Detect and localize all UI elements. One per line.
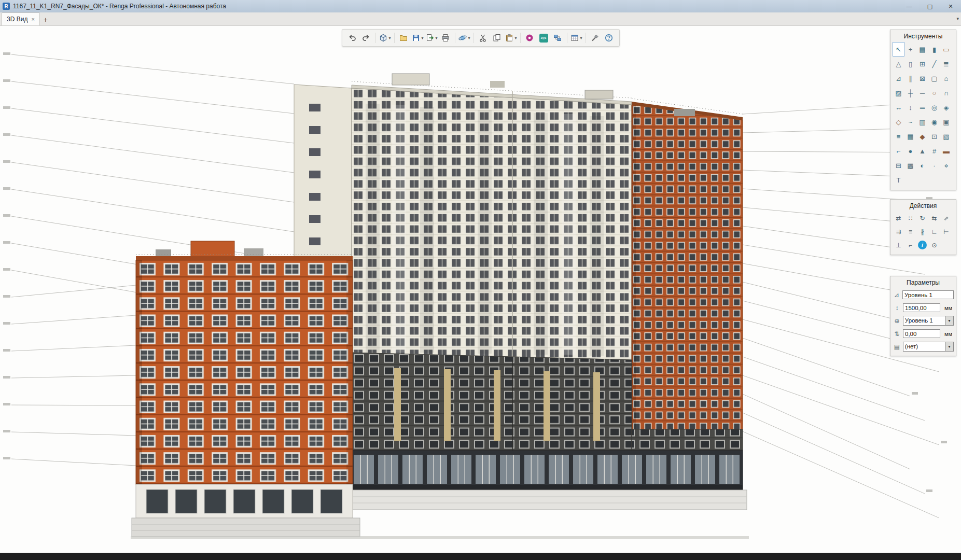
maximize-button[interactable]: ▢: [920, 0, 940, 12]
tab-overflow-button[interactable]: ▾: [956, 16, 959, 21]
model-viewport[interactable]: [0, 26, 961, 553]
tool-column-icon[interactable]: ▮: [928, 42, 940, 57]
canvas-area[interactable]: ▾ ▾ ▾ ▾ ▾ </> ▾ Инструменты ↖ + ▤ ▮ ▭ △ …: [0, 26, 961, 553]
orbit-dropdown[interactable]: ▾: [468, 36, 470, 40]
tool-duct-icon[interactable]: ◎: [928, 100, 940, 115]
tool-wall-icon[interactable]: ▤: [916, 42, 928, 57]
tool-weld-icon[interactable]: ▲: [916, 144, 928, 158]
tool-railing-icon[interactable]: ∥: [904, 71, 916, 86]
action-extend-icon[interactable]: ⊢: [940, 225, 952, 239]
copy-button[interactable]: [490, 31, 504, 45]
tool-point-icon[interactable]: ∙: [928, 158, 940, 173]
paste-button[interactable]: ▾: [504, 31, 518, 45]
tool-stair-icon[interactable]: ≣: [940, 57, 952, 71]
base-level-select-arrow-icon[interactable]: ▼: [945, 316, 953, 325]
action-project-icon[interactable]: ⌐: [904, 239, 916, 252]
marker-button[interactable]: [523, 31, 537, 45]
action-scale-icon[interactable]: ⇗: [940, 212, 952, 225]
tool-rebar-icon[interactable]: ≡: [893, 129, 904, 144]
action-offset-icon[interactable]: ⇉: [893, 225, 904, 239]
new-tab-button[interactable]: +: [40, 14, 51, 25]
tool-floor-icon[interactable]: ▭: [940, 42, 952, 57]
undo-button[interactable]: [345, 31, 359, 45]
tool-arc-icon[interactable]: ∩: [940, 86, 952, 100]
action-zoom-icon[interactable]: ⊙: [928, 239, 940, 252]
tool-ramp-icon[interactable]: ⊿: [893, 71, 904, 86]
code-editor-button[interactable]: </>: [537, 31, 551, 45]
tool-opening-icon[interactable]: ⊠: [916, 71, 928, 86]
tool-section-icon[interactable]: ▬: [940, 144, 952, 158]
export-button[interactable]: ▾: [425, 31, 439, 45]
tool-assembly-icon[interactable]: ⊡: [928, 129, 940, 144]
save-button[interactable]: ▾: [411, 31, 425, 45]
orbit-button[interactable]: ▾: [457, 31, 471, 45]
tool-grid-icon[interactable]: #: [928, 144, 940, 158]
tool-route-icon[interactable]: ~: [904, 115, 916, 129]
view-cube-button[interactable]: ▾: [378, 31, 392, 45]
schedule-button[interactable]: ▾: [569, 31, 583, 45]
tool-dimension-icon[interactable]: ↔: [893, 100, 904, 115]
tool-camera-icon[interactable]: ▩: [904, 158, 916, 173]
cut-button[interactable]: [476, 31, 490, 45]
tool-elevation-icon[interactable]: ↕: [904, 100, 916, 115]
close-button[interactable]: ×: [940, 0, 961, 12]
tool-fitting-icon[interactable]: ◇: [893, 115, 904, 129]
tool-text-icon[interactable]: T: [893, 173, 904, 187]
view-cube-dropdown[interactable]: ▾: [388, 36, 391, 40]
tool-device-icon[interactable]: ◉: [928, 115, 940, 129]
tool-door-icon[interactable]: ▯: [904, 57, 916, 71]
tool-roof-icon[interactable]: △: [893, 57, 904, 71]
tool-panel-icon[interactable]: ▣: [940, 115, 952, 129]
action-corner-icon[interactable]: ∟: [928, 225, 940, 239]
tool-hatch-icon[interactable]: ▨: [893, 86, 904, 100]
settings-button[interactable]: [588, 31, 602, 45]
tool-view-icon[interactable]: ⊟: [893, 158, 904, 173]
related-object-select-arrow-icon[interactable]: ▼: [945, 342, 953, 351]
offset-input[interactable]: [903, 329, 940, 338]
tool-plate-icon[interactable]: ▧: [940, 129, 952, 144]
action-divide-icon[interactable]: ⊥: [893, 239, 904, 252]
action-array-icon[interactable]: ∷: [904, 212, 916, 225]
save-dropdown[interactable]: ▾: [421, 36, 423, 40]
action-mirror-icon[interactable]: ⇆: [928, 212, 940, 225]
collaboration-button[interactable]: [551, 31, 565, 45]
level-name-input[interactable]: [902, 290, 954, 299]
redo-button[interactable]: [359, 31, 373, 45]
tool-mesh-icon[interactable]: ▦: [904, 129, 916, 144]
action-align-icon[interactable]: ≡: [904, 225, 916, 239]
action-trim-icon[interactable]: ∦: [916, 225, 928, 239]
help-button[interactable]: [602, 31, 616, 45]
tool-circle-icon[interactable]: ○: [928, 86, 940, 100]
action-rotate-icon[interactable]: ↻: [916, 212, 928, 225]
tool-window-icon[interactable]: ⊞: [916, 57, 928, 71]
tool-profile-icon[interactable]: ⌐: [893, 144, 904, 158]
tool-pipe-icon[interactable]: ═: [916, 100, 928, 115]
tool-axis-icon[interactable]: ┼: [904, 86, 916, 100]
action-move-icon[interactable]: ⇄: [893, 212, 904, 225]
tool-part-icon[interactable]: ◆: [916, 129, 928, 144]
tool-pan-icon[interactable]: +: [904, 42, 916, 57]
tool-tray-icon[interactable]: ▥: [916, 115, 928, 129]
tab-3d-view[interactable]: 3D Вид ×: [2, 12, 40, 25]
tool-line-icon[interactable]: ─: [916, 86, 928, 100]
minimize-button[interactable]: —: [899, 0, 920, 12]
tool-shaft-icon[interactable]: ▢: [928, 71, 940, 86]
tool-isometry-icon[interactable]: ⋄: [940, 158, 952, 173]
tool-select-icon[interactable]: ↖: [893, 42, 904, 57]
tool-beam-icon[interactable]: ╱: [928, 57, 940, 71]
action-info-icon[interactable]: i: [918, 241, 927, 249]
open-button[interactable]: [397, 31, 411, 45]
tab-close-icon[interactable]: ×: [31, 16, 34, 22]
schedule-dropdown[interactable]: ▾: [580, 36, 582, 40]
tool-equipment-icon[interactable]: ◈: [940, 100, 952, 115]
base-level-select[interactable]: Уровень 1 ▼: [903, 316, 954, 326]
level-height-input[interactable]: [903, 303, 940, 312]
tool-sphere-icon[interactable]: ◐: [916, 158, 928, 173]
window-controls: — ▢ ×: [899, 0, 961, 12]
tool-bolt-icon[interactable]: ●: [904, 144, 916, 158]
related-object-select[interactable]: (нет) ▼: [903, 342, 954, 352]
print-button[interactable]: [439, 31, 453, 45]
paste-dropdown[interactable]: ▾: [514, 36, 517, 40]
export-dropdown[interactable]: ▾: [435, 36, 437, 40]
tool-room-icon[interactable]: ⌂: [940, 71, 952, 86]
